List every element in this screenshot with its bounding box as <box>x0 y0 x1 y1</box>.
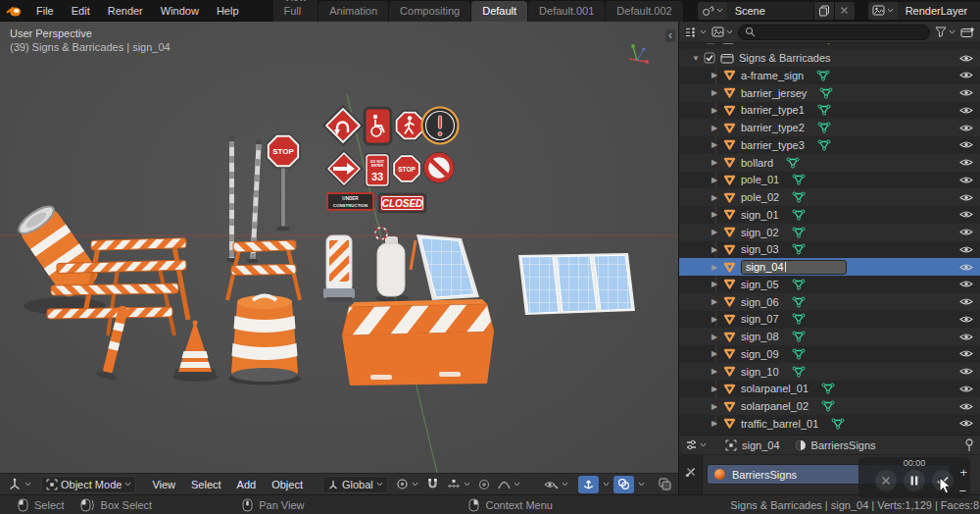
scene-object-sign-exclamation[interactable] <box>422 108 459 144</box>
overlays-dropdown[interactable] <box>634 476 649 493</box>
hide-toggle[interactable] <box>959 176 973 184</box>
hide-toggle[interactable] <box>959 349 973 358</box>
workspace-tab[interactable]: Default <box>471 1 527 22</box>
disclosure-right-icon[interactable]: ▶ <box>711 245 718 254</box>
outliner-object-row[interactable]: ▶ barrier_jersey <box>679 84 980 102</box>
disclosure-down-icon[interactable]: ▼ <box>692 54 699 63</box>
outliner-object-row[interactable]: ▶ barrier_type1 <box>679 102 980 120</box>
collection-name[interactable]: Signs & Barricades <box>739 52 831 64</box>
outliner-object-row[interactable]: ▶ sign_06 <box>679 293 980 311</box>
outliner-object-row[interactable]: ▶ bollard <box>679 154 980 172</box>
disclosure-right-icon[interactable]: ▶ <box>711 280 718 288</box>
scene-object-sign-pedestrian[interactable] <box>394 110 424 140</box>
disclosure-right-icon[interactable]: ▶ <box>711 315 718 324</box>
menu-item[interactable]: Window <box>152 5 208 17</box>
disclosure-right-icon[interactable]: ▶ <box>711 140 718 149</box>
scene-object-traffic-barrel[interactable] <box>228 295 301 386</box>
scene-object-barrier-jersey[interactable] <box>342 299 494 386</box>
hide-toggle[interactable] <box>959 315 973 324</box>
hide-toggle[interactable] <box>959 140 973 149</box>
xray-toggle[interactable] <box>655 476 675 493</box>
recorder-minus-button[interactable]: − <box>958 484 966 498</box>
outliner-object-row[interactable]: ▶ solarpanel_02 <box>679 397 980 415</box>
scene-object-solarpanel-02[interactable] <box>518 253 635 315</box>
mode-selector[interactable]: Object Mode <box>41 476 136 493</box>
object-name[interactable]: barrier_type2 <box>741 122 805 133</box>
outliner-object-row[interactable]: ▶ sign_10 <box>679 363 980 381</box>
breadcrumb-object-name[interactable]: sign_04 <box>742 439 780 451</box>
visibility-dropdown-button[interactable] <box>540 476 572 493</box>
outliner-object-row[interactable]: ▶ sign_01 <box>679 206 980 224</box>
outliner-object-row[interactable]: ▶ sign_07 <box>679 311 980 329</box>
gizmos-toggle[interactable] <box>578 476 599 493</box>
hide-toggle[interactable] <box>959 419 973 428</box>
viewport-menu-item[interactable]: Select <box>183 479 229 490</box>
disclosure-right-icon[interactable]: ▶ <box>711 263 718 272</box>
hide-toggle[interactable] <box>959 367 973 376</box>
recorder-cancel-button[interactable] <box>875 470 897 491</box>
outliner-object-row[interactable]: ▶ sign_08 <box>679 328 980 345</box>
object-name[interactable]: sign_07 <box>741 313 779 325</box>
scene-browse-button[interactable] <box>698 2 727 20</box>
workspace-tab[interactable]: Compositing <box>389 1 470 22</box>
hide-toggle[interactable] <box>959 210 973 219</box>
outliner-object-row[interactable]: ▶ sign_02 <box>679 224 980 241</box>
transform-orientation-selector[interactable]: Global <box>322 476 388 493</box>
hide-toggle[interactable] <box>959 297 973 306</box>
disclosure-right-icon[interactable]: ▶ <box>711 385 718 393</box>
disclosure-right-icon[interactable]: ▶ <box>711 333 718 341</box>
menu-item[interactable]: Edit <box>63 5 99 17</box>
blender-logo-icon[interactable] <box>6 4 22 18</box>
scene-name-field[interactable]: Scene <box>727 2 813 20</box>
search-input[interactable] <box>759 26 923 37</box>
hide-toggle[interactable] <box>959 333 973 341</box>
object-name[interactable]: sign_06 <box>741 296 779 308</box>
object-name[interactable]: a-frame_sign <box>741 70 804 81</box>
outliner-object-row[interactable]: ▶ pole_02 <box>679 188 980 206</box>
axis-gizmo[interactable] <box>629 44 649 64</box>
snap-toggle-button[interactable] <box>422 476 443 493</box>
outliner-object-row[interactable]: ▶ solarpanel_01 <box>679 381 980 398</box>
disclosure-right-icon[interactable]: ▶ <box>711 158 718 167</box>
disclosure-right-icon[interactable]: ▶ <box>711 124 718 132</box>
snap-target-button[interactable] <box>443 476 474 493</box>
disclosure-right-icon[interactable]: ▶ <box>711 367 718 376</box>
new-collection-button[interactable] <box>960 26 975 38</box>
hide-toggle[interactable] <box>959 88 973 97</box>
workspace-tab[interactable]: Default.001 <box>528 1 605 22</box>
hide-toggle[interactable] <box>959 263 973 272</box>
disclosure-right-icon[interactable]: ▶ <box>711 88 718 97</box>
disclosure-right-icon[interactable]: ▶ <box>711 228 718 236</box>
outliner-object-row[interactable]: ▶ sign_03 <box>679 241 980 259</box>
object-name[interactable]: sign_09 <box>741 348 779 360</box>
overlays-toggle[interactable] <box>613 476 634 493</box>
outliner-object-row[interactable]: ▶ a-frame_sign <box>679 67 980 84</box>
render-layer-name-field[interactable]: RenderLayer <box>898 2 980 20</box>
hide-toggle[interactable] <box>959 245 973 254</box>
outliner-object-row[interactable]: ▶ barrier_type2 <box>679 119 980 136</box>
hide-toggle[interactable] <box>959 158 973 167</box>
object-name[interactable]: traffic_barrel_01 <box>741 418 818 430</box>
object-name[interactable]: sign_08 <box>741 331 779 342</box>
object-name[interactable]: solarpanel_02 <box>741 400 808 412</box>
scene-object-sign-wheelchair[interactable] <box>365 108 391 144</box>
workspace-tab[interactable]: 3D View Full <box>273 0 318 22</box>
scene-object-panel-sign[interactable] <box>323 235 355 301</box>
object-name[interactable]: solarpanel_01 <box>741 383 808 394</box>
scene-object-barricade-type2[interactable] <box>227 240 300 300</box>
workspace-tab[interactable]: Animation <box>318 1 388 22</box>
object-name[interactable]: pole_01 <box>741 174 779 185</box>
outliner-object-row[interactable]: ▶ traffic_barrel_01 <box>679 415 980 433</box>
scene-object-solarpanel-01[interactable] <box>411 234 479 300</box>
disclosure-right-icon[interactable]: ▶ <box>711 210 718 219</box>
outliner-editor-type-button[interactable] <box>684 26 707 38</box>
scene-object-sign-stop-small[interactable]: STOP <box>392 154 421 183</box>
proportional-editing-button[interactable] <box>474 476 494 493</box>
viewport-menu-item[interactable]: Object <box>264 479 311 490</box>
workspace-tab[interactable]: Default.002 <box>606 1 682 22</box>
outliner-object-row[interactable]: ▶ sign_09 <box>679 345 980 363</box>
scene-object-lying-barrel[interactable] <box>14 201 106 315</box>
outliner-filter-button[interactable] <box>935 26 956 37</box>
object-name[interactable]: sign_02 <box>741 227 779 238</box>
scene-unlink-button[interactable] <box>835 2 855 20</box>
